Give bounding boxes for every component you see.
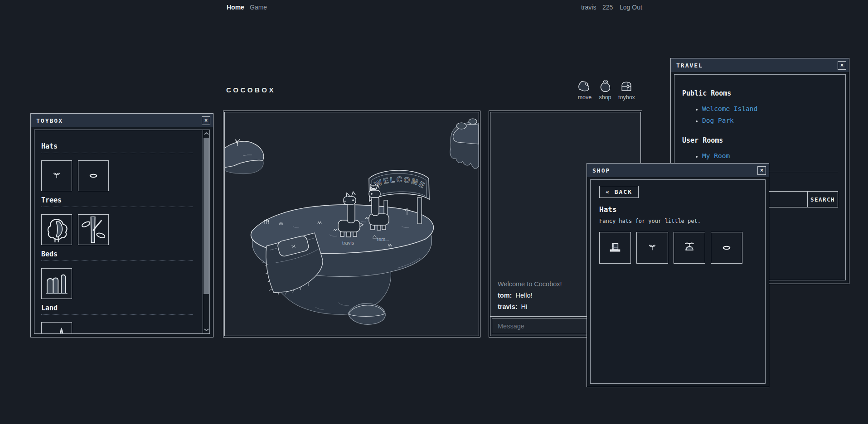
nav-game-link[interactable]: Game (250, 4, 267, 11)
shop-label: shop (599, 94, 611, 101)
small-island-top-right (450, 119, 479, 169)
shop-back-button[interactable]: « BACK (599, 186, 639, 198)
move-button[interactable]: move (577, 80, 592, 101)
halo-hat-icon (721, 242, 732, 254)
travel-window-header[interactable]: TRAVEL × (671, 58, 849, 72)
shop-window-title: SHOP (592, 167, 610, 174)
toybox-label: toybox (618, 94, 635, 101)
branch-tree-icon (80, 217, 107, 243)
public-rooms-heading: Public Rooms (682, 89, 838, 97)
shop-category-heading: Hats (599, 205, 756, 214)
travel-window-title: TRAVEL (676, 62, 703, 69)
room-link-dog-park[interactable]: Dog Park (702, 117, 734, 124)
section-heading: Land (41, 304, 193, 315)
toybox-window-title: TOYBOX (36, 117, 63, 124)
toybox-item-crystal-land[interactable] (41, 322, 72, 334)
toybox-scrollbar[interactable] (203, 130, 209, 333)
section-heading: Beds (41, 250, 193, 261)
room-list-item: Dog Park (702, 115, 838, 126)
shop-window: SHOP × « BACK Hats Fancy hats for your l… (587, 163, 769, 387)
bed-icon (44, 271, 69, 296)
toybox-item-round-tree[interactable] (41, 214, 72, 245)
sprout-hat-icon (647, 242, 658, 253)
shop-item-top-hat[interactable] (599, 232, 631, 264)
chat-username: tom: (498, 292, 512, 299)
boot-icon (577, 80, 592, 93)
propeller-hat-icon (682, 241, 697, 255)
toybox-section-trees: Trees (41, 196, 193, 245)
user-rooms-heading: User Rooms (682, 136, 838, 145)
toybox-item-branch-tree[interactable] (78, 214, 109, 245)
public-rooms-list: Welcome Island Dog Park (682, 103, 838, 126)
page: Home Game travis 225 Log Out COCOBOX mov… (0, 0, 868, 424)
toybox-item-sprout-hat[interactable] (41, 160, 72, 191)
pet-travis-label: travis (342, 240, 354, 246)
room-list-item: My Room (702, 150, 838, 162)
toybox-section-beds: Beds (41, 250, 193, 299)
shop-window-header[interactable]: SHOP × (587, 164, 769, 177)
nav-home-link[interactable]: Home (227, 4, 244, 11)
toybox-window: TOYBOX × Hats Trees (30, 113, 213, 337)
page-title: COCOBOX (226, 86, 276, 94)
pet-tom-label: tom (377, 236, 385, 242)
money-bag-icon (598, 80, 612, 93)
toybox-section-land: Land (41, 304, 193, 334)
small-island-top-left (225, 139, 264, 174)
shop-button[interactable]: shop (598, 80, 612, 101)
island-scene[interactable]: WELCOME travis (225, 112, 479, 336)
chest-icon (619, 80, 634, 93)
toybox-window-header[interactable]: TOYBOX × (31, 114, 213, 127)
toybox-content: Hats Trees (34, 130, 210, 334)
shop-content: « BACK Hats Fancy hats for your little p… (590, 179, 766, 384)
top-hat-icon (607, 240, 623, 255)
shop-item-propeller-hat[interactable] (674, 232, 705, 264)
scrollbar-thumb[interactable] (204, 138, 209, 294)
move-label: move (578, 94, 592, 101)
shop-item-halo-hat[interactable] (711, 232, 742, 264)
travel-close-button[interactable]: × (838, 61, 846, 70)
chat-username: travis: (498, 303, 518, 310)
halo-hat-icon (87, 170, 99, 182)
shop-item-sprout-hat[interactable] (636, 232, 668, 264)
user-rooms-list: My Room (682, 150, 838, 162)
round-tree-icon (44, 217, 70, 243)
shop-close-button[interactable]: × (757, 166, 766, 175)
toybox-item-bed[interactable] (41, 268, 72, 299)
toybox-section-hats: Hats (41, 142, 193, 191)
nav-username[interactable]: travis (581, 4, 596, 11)
flower (264, 220, 269, 224)
shop-items-row (599, 232, 756, 264)
chevron-down-icon (204, 328, 209, 332)
room-link-my-room[interactable]: My Room (702, 152, 730, 159)
toybox-item-halo-hat[interactable] (78, 160, 109, 191)
room-link-welcome-island[interactable]: Welcome Island (702, 105, 757, 112)
game-canvas[interactable]: WELCOME travis (223, 111, 480, 337)
section-heading: Hats (41, 142, 193, 153)
action-toolbar: move shop toybox (577, 80, 635, 101)
nav-logout-link[interactable]: Log Out (620, 4, 642, 11)
crystal-land-icon (44, 325, 69, 334)
chevron-up-icon (204, 132, 209, 135)
room-list-item: Welcome Island (702, 103, 838, 115)
scroll-down-button[interactable] (203, 326, 209, 333)
toybox-close-button[interactable]: × (202, 116, 210, 125)
travel-search-button[interactable]: SEARCH (808, 191, 838, 207)
toybox-button[interactable]: toybox (618, 80, 635, 101)
sprout-hat-icon (51, 170, 62, 181)
nav-coin-count: 225 (602, 4, 613, 11)
shop-category-description: Fancy hats for your little pet. (599, 218, 756, 224)
scroll-up-button[interactable] (203, 130, 209, 137)
section-heading: Trees (41, 196, 193, 207)
